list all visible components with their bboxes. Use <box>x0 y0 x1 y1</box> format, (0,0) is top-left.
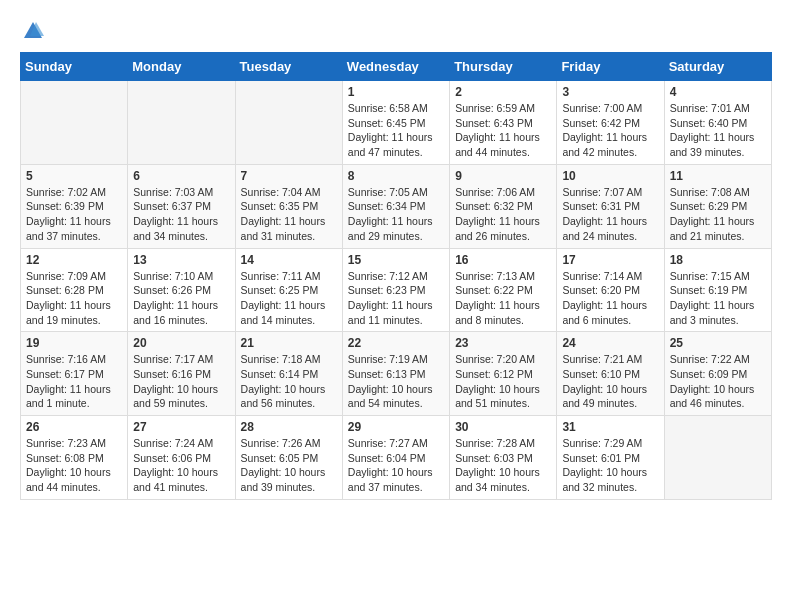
calendar-cell <box>21 81 128 165</box>
calendar-cell: 20Sunrise: 7:17 AM Sunset: 6:16 PM Dayli… <box>128 332 235 416</box>
day-number: 23 <box>455 336 551 350</box>
calendar-cell: 22Sunrise: 7:19 AM Sunset: 6:13 PM Dayli… <box>342 332 449 416</box>
column-header-friday: Friday <box>557 53 664 81</box>
day-number: 2 <box>455 85 551 99</box>
day-info: Sunrise: 7:26 AM Sunset: 6:05 PM Dayligh… <box>241 436 337 495</box>
calendar-cell: 12Sunrise: 7:09 AM Sunset: 6:28 PM Dayli… <box>21 248 128 332</box>
day-number: 8 <box>348 169 444 183</box>
day-number: 13 <box>133 253 229 267</box>
calendar-cell: 3Sunrise: 7:00 AM Sunset: 6:42 PM Daylig… <box>557 81 664 165</box>
calendar-cell: 29Sunrise: 7:27 AM Sunset: 6:04 PM Dayli… <box>342 416 449 500</box>
day-info: Sunrise: 7:21 AM Sunset: 6:10 PM Dayligh… <box>562 352 658 411</box>
day-number: 31 <box>562 420 658 434</box>
calendar-cell: 18Sunrise: 7:15 AM Sunset: 6:19 PM Dayli… <box>664 248 771 332</box>
day-number: 26 <box>26 420 122 434</box>
day-number: 24 <box>562 336 658 350</box>
calendar-header-row: SundayMondayTuesdayWednesdayThursdayFrid… <box>21 53 772 81</box>
calendar-cell: 1Sunrise: 6:58 AM Sunset: 6:45 PM Daylig… <box>342 81 449 165</box>
day-info: Sunrise: 7:08 AM Sunset: 6:29 PM Dayligh… <box>670 185 766 244</box>
calendar-cell: 6Sunrise: 7:03 AM Sunset: 6:37 PM Daylig… <box>128 164 235 248</box>
day-number: 29 <box>348 420 444 434</box>
day-number: 5 <box>26 169 122 183</box>
day-number: 7 <box>241 169 337 183</box>
day-info: Sunrise: 7:07 AM Sunset: 6:31 PM Dayligh… <box>562 185 658 244</box>
calendar-week-5: 26Sunrise: 7:23 AM Sunset: 6:08 PM Dayli… <box>21 416 772 500</box>
day-number: 14 <box>241 253 337 267</box>
day-info: Sunrise: 7:01 AM Sunset: 6:40 PM Dayligh… <box>670 101 766 160</box>
calendar-cell: 25Sunrise: 7:22 AM Sunset: 6:09 PM Dayli… <box>664 332 771 416</box>
day-info: Sunrise: 7:22 AM Sunset: 6:09 PM Dayligh… <box>670 352 766 411</box>
calendar-cell: 10Sunrise: 7:07 AM Sunset: 6:31 PM Dayli… <box>557 164 664 248</box>
column-header-monday: Monday <box>128 53 235 81</box>
day-info: Sunrise: 7:02 AM Sunset: 6:39 PM Dayligh… <box>26 185 122 244</box>
calendar-cell: 15Sunrise: 7:12 AM Sunset: 6:23 PM Dayli… <box>342 248 449 332</box>
day-number: 12 <box>26 253 122 267</box>
day-info: Sunrise: 7:04 AM Sunset: 6:35 PM Dayligh… <box>241 185 337 244</box>
calendar-table: SundayMondayTuesdayWednesdayThursdayFrid… <box>20 52 772 500</box>
day-info: Sunrise: 6:59 AM Sunset: 6:43 PM Dayligh… <box>455 101 551 160</box>
day-info: Sunrise: 7:15 AM Sunset: 6:19 PM Dayligh… <box>670 269 766 328</box>
day-number: 17 <box>562 253 658 267</box>
calendar-cell: 7Sunrise: 7:04 AM Sunset: 6:35 PM Daylig… <box>235 164 342 248</box>
calendar-cell: 8Sunrise: 7:05 AM Sunset: 6:34 PM Daylig… <box>342 164 449 248</box>
day-info: Sunrise: 7:16 AM Sunset: 6:17 PM Dayligh… <box>26 352 122 411</box>
calendar-week-2: 5Sunrise: 7:02 AM Sunset: 6:39 PM Daylig… <box>21 164 772 248</box>
day-number: 22 <box>348 336 444 350</box>
column-header-saturday: Saturday <box>664 53 771 81</box>
calendar-cell <box>235 81 342 165</box>
calendar-cell: 5Sunrise: 7:02 AM Sunset: 6:39 PM Daylig… <box>21 164 128 248</box>
day-info: Sunrise: 7:24 AM Sunset: 6:06 PM Dayligh… <box>133 436 229 495</box>
day-number: 25 <box>670 336 766 350</box>
calendar-cell: 21Sunrise: 7:18 AM Sunset: 6:14 PM Dayli… <box>235 332 342 416</box>
calendar-cell <box>664 416 771 500</box>
calendar-cell: 2Sunrise: 6:59 AM Sunset: 6:43 PM Daylig… <box>450 81 557 165</box>
calendar-cell: 23Sunrise: 7:20 AM Sunset: 6:12 PM Dayli… <box>450 332 557 416</box>
calendar-cell: 30Sunrise: 7:28 AM Sunset: 6:03 PM Dayli… <box>450 416 557 500</box>
calendar-cell: 13Sunrise: 7:10 AM Sunset: 6:26 PM Dayli… <box>128 248 235 332</box>
day-info: Sunrise: 7:09 AM Sunset: 6:28 PM Dayligh… <box>26 269 122 328</box>
day-info: Sunrise: 7:28 AM Sunset: 6:03 PM Dayligh… <box>455 436 551 495</box>
day-info: Sunrise: 7:14 AM Sunset: 6:20 PM Dayligh… <box>562 269 658 328</box>
calendar-week-4: 19Sunrise: 7:16 AM Sunset: 6:17 PM Dayli… <box>21 332 772 416</box>
calendar-cell: 4Sunrise: 7:01 AM Sunset: 6:40 PM Daylig… <box>664 81 771 165</box>
day-info: Sunrise: 7:10 AM Sunset: 6:26 PM Dayligh… <box>133 269 229 328</box>
calendar-cell: 19Sunrise: 7:16 AM Sunset: 6:17 PM Dayli… <box>21 332 128 416</box>
column-header-tuesday: Tuesday <box>235 53 342 81</box>
calendar-cell: 14Sunrise: 7:11 AM Sunset: 6:25 PM Dayli… <box>235 248 342 332</box>
calendar-cell: 27Sunrise: 7:24 AM Sunset: 6:06 PM Dayli… <box>128 416 235 500</box>
day-info: Sunrise: 7:27 AM Sunset: 6:04 PM Dayligh… <box>348 436 444 495</box>
calendar-cell: 9Sunrise: 7:06 AM Sunset: 6:32 PM Daylig… <box>450 164 557 248</box>
day-number: 30 <box>455 420 551 434</box>
day-number: 18 <box>670 253 766 267</box>
day-number: 10 <box>562 169 658 183</box>
day-number: 27 <box>133 420 229 434</box>
day-info: Sunrise: 7:00 AM Sunset: 6:42 PM Dayligh… <box>562 101 658 160</box>
column-header-sunday: Sunday <box>21 53 128 81</box>
day-info: Sunrise: 7:06 AM Sunset: 6:32 PM Dayligh… <box>455 185 551 244</box>
day-number: 19 <box>26 336 122 350</box>
day-number: 15 <box>348 253 444 267</box>
day-number: 4 <box>670 85 766 99</box>
day-info: Sunrise: 6:58 AM Sunset: 6:45 PM Dayligh… <box>348 101 444 160</box>
day-number: 3 <box>562 85 658 99</box>
calendar-cell: 17Sunrise: 7:14 AM Sunset: 6:20 PM Dayli… <box>557 248 664 332</box>
calendar-cell: 31Sunrise: 7:29 AM Sunset: 6:01 PM Dayli… <box>557 416 664 500</box>
column-header-wednesday: Wednesday <box>342 53 449 81</box>
calendar-cell: 11Sunrise: 7:08 AM Sunset: 6:29 PM Dayli… <box>664 164 771 248</box>
day-info: Sunrise: 7:18 AM Sunset: 6:14 PM Dayligh… <box>241 352 337 411</box>
day-number: 6 <box>133 169 229 183</box>
calendar-week-1: 1Sunrise: 6:58 AM Sunset: 6:45 PM Daylig… <box>21 81 772 165</box>
day-number: 1 <box>348 85 444 99</box>
day-number: 11 <box>670 169 766 183</box>
calendar-cell <box>128 81 235 165</box>
day-info: Sunrise: 7:29 AM Sunset: 6:01 PM Dayligh… <box>562 436 658 495</box>
day-number: 28 <box>241 420 337 434</box>
calendar-cell: 24Sunrise: 7:21 AM Sunset: 6:10 PM Dayli… <box>557 332 664 416</box>
day-info: Sunrise: 7:05 AM Sunset: 6:34 PM Dayligh… <box>348 185 444 244</box>
logo-icon <box>22 20 44 42</box>
day-info: Sunrise: 7:23 AM Sunset: 6:08 PM Dayligh… <box>26 436 122 495</box>
day-info: Sunrise: 7:12 AM Sunset: 6:23 PM Dayligh… <box>348 269 444 328</box>
day-info: Sunrise: 7:20 AM Sunset: 6:12 PM Dayligh… <box>455 352 551 411</box>
day-info: Sunrise: 7:17 AM Sunset: 6:16 PM Dayligh… <box>133 352 229 411</box>
day-info: Sunrise: 7:19 AM Sunset: 6:13 PM Dayligh… <box>348 352 444 411</box>
